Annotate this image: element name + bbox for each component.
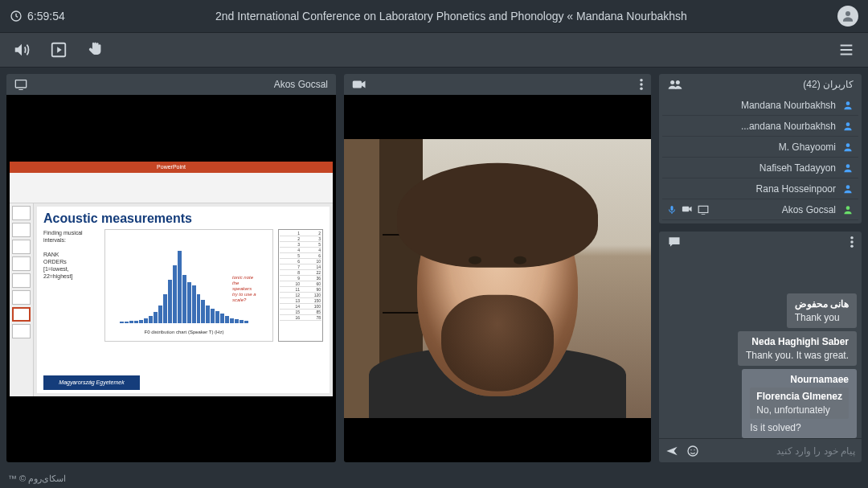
user-row[interactable]: ...andana Nourbakhsh — [662, 116, 858, 137]
raise-hand-icon[interactable] — [87, 41, 104, 59]
device-icons — [667, 205, 709, 215]
svg-rect-3 — [15, 80, 26, 88]
chart-bars — [120, 246, 248, 323]
webcam-panel — [344, 74, 651, 462]
chat-more-icon[interactable] — [850, 236, 854, 248]
top-bar: 6:59:54 2nd International Conference on … — [0, 0, 868, 32]
page-footer: اسکای‌روم © ™ — [0, 469, 74, 488]
svg-point-5 — [640, 79, 643, 82]
user-row[interactable]: Nafiseh Tadayyon — [662, 158, 858, 178]
hamburger-menu-icon[interactable] — [837, 41, 855, 59]
svg-point-22 — [688, 446, 698, 456]
user-name: M. Ghayoomi — [667, 141, 836, 153]
video-more-icon[interactable] — [640, 79, 643, 90]
user-name: Mandana Nourbakhsh — [667, 100, 836, 111]
slide-side-text: Finding musical intervals: RANK ORDERs [… — [43, 229, 100, 342]
svg-point-10 — [846, 101, 850, 105]
svg-point-8 — [670, 80, 674, 84]
user-name: Rana Hosseinpoor — [667, 183, 836, 195]
svg-point-18 — [846, 206, 850, 210]
slide-thumbnails — [10, 203, 34, 396]
play-icon[interactable] — [50, 41, 68, 59]
person-icon — [842, 204, 854, 215]
users-panel: کاربران (42) Mandana Nourbakhsh...andana… — [659, 74, 862, 223]
user-row[interactable]: Rana Hosseinpoor — [662, 178, 858, 199]
chat-input-row — [659, 438, 862, 462]
main-area: Akos Gocsal PowerPoint Acoustic measurem… — [0, 68, 868, 469]
data-table: 1223354456610714822936106011901212013150… — [278, 229, 323, 342]
user-row[interactable]: Mandana Nourbakhsh — [662, 95, 858, 116]
person-icon — [842, 141, 854, 153]
user-row[interactable]: Akos Gocsal — [662, 199, 858, 220]
quoted-message: Florencia GImenezNo, unfortunately — [750, 388, 849, 419]
user-list[interactable]: Mandana Nourbakhsh...andana NourbakhshM.… — [659, 95, 862, 223]
svg-point-19 — [850, 236, 854, 240]
chart-caption: F0 distribution chart (Speaker T) (Hz) — [120, 330, 248, 334]
chat-message[interactable]: Neda Haghighi SaberThank you. It was gre… — [738, 331, 857, 366]
svg-rect-15 — [671, 206, 674, 211]
svg-rect-16 — [682, 206, 689, 211]
powerpoint-window: PowerPoint Acoustic measurements Finding… — [10, 162, 333, 396]
svg-point-13 — [846, 164, 850, 168]
screen-share-panel: Akos Gocsal PowerPoint Acoustic measurem… — [6, 74, 336, 462]
profile-avatar[interactable] — [837, 6, 858, 27]
chat-icon — [667, 236, 682, 248]
emoji-icon[interactable] — [686, 445, 699, 457]
users-header: کاربران (42) — [803, 79, 854, 90]
powerpoint-titlebar: PowerPoint — [10, 162, 333, 173]
chat-message[interactable]: NournamaeeFlorencia GImenezNo, unfortuna… — [742, 369, 857, 438]
svg-point-7 — [640, 88, 643, 91]
svg-point-1 — [845, 11, 850, 16]
webcam-feed — [344, 95, 651, 462]
right-sidebar: کاربران (42) Mandana Nourbakhsh...andana… — [659, 74, 862, 462]
chat-input[interactable] — [707, 445, 855, 457]
video-camera-icon — [352, 79, 366, 90]
chat-messages[interactable]: هانی محفوضThank youNeda Haghighi SaberTh… — [659, 252, 862, 438]
send-icon[interactable] — [665, 445, 678, 457]
f0-distribution-chart: F0 distribution chart (Speaker T) (Hz) t… — [104, 229, 273, 342]
clock-icon — [10, 10, 23, 23]
conference-title: 2nd International Conference on Laborato… — [65, 10, 837, 23]
svg-point-12 — [846, 143, 850, 147]
svg-rect-4 — [353, 81, 362, 88]
chat-panel: هانی محفوضThank youNeda Haghighi SaberTh… — [659, 232, 862, 462]
person-icon — [842, 162, 854, 174]
toolbar — [0, 32, 868, 68]
svg-point-23 — [690, 449, 691, 450]
person-icon — [842, 121, 854, 132]
person-icon — [842, 100, 854, 111]
slide-footer: Magyarország Egyetemek — [43, 375, 140, 390]
svg-point-20 — [850, 240, 854, 244]
user-name: ...andana Nourbakhsh — [667, 121, 836, 132]
screen-share-content: PowerPoint Acoustic measurements Finding… — [6, 95, 336, 462]
svg-point-11 — [846, 122, 850, 126]
person-icon — [842, 183, 854, 195]
svg-point-24 — [694, 449, 694, 450]
chart-annotation: tonic note the speakers try to use a sca… — [232, 275, 271, 304]
users-icon — [667, 79, 683, 90]
presenter-name: Akos Gocsal — [274, 79, 328, 90]
user-name: Nafiseh Tadayyon — [667, 162, 836, 174]
user-name: Akos Gocsal — [715, 204, 836, 215]
slide-title: Acoustic measurements — [43, 211, 323, 226]
elapsed-time: 6:59:54 — [27, 10, 65, 23]
svg-point-6 — [640, 83, 643, 86]
svg-point-14 — [846, 185, 850, 189]
powerpoint-ribbon — [10, 173, 333, 203]
chat-message[interactable]: هانی محفوضThank you — [787, 293, 857, 328]
audio-icon[interactable] — [13, 41, 31, 59]
brand-label: اسکای‌روم © ™ — [8, 474, 66, 484]
slide-content: Acoustic measurements Finding musical in… — [37, 207, 330, 393]
svg-point-9 — [676, 80, 680, 84]
svg-point-21 — [850, 245, 854, 248]
svg-rect-17 — [698, 206, 708, 212]
screen-share-icon — [14, 79, 27, 90]
user-row[interactable]: M. Ghayoomi — [662, 137, 858, 158]
